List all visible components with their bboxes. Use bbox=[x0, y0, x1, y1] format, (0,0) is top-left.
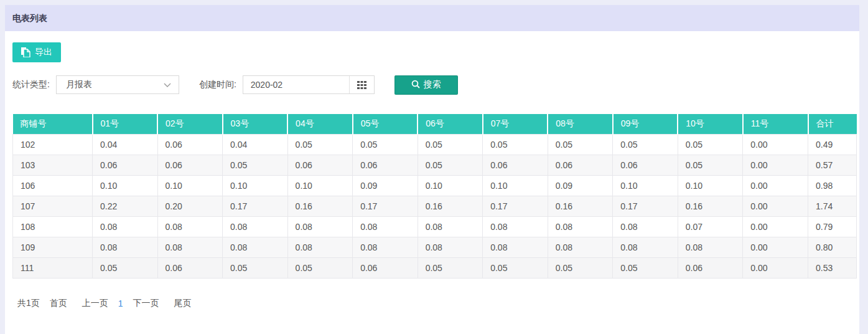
table-cell: 0.10 bbox=[418, 176, 483, 196]
panel-header: 电表列表 bbox=[5, 5, 859, 31]
shop-number-cell: 109 bbox=[13, 237, 93, 258]
table-cell: 0.08 bbox=[287, 237, 353, 258]
search-button-label: 搜索 bbox=[424, 79, 441, 90]
table-cell: 0.06 bbox=[353, 155, 418, 176]
table-cell: 0.16 bbox=[548, 196, 613, 217]
search-button[interactable]: 搜索 bbox=[394, 75, 458, 95]
created-time-input[interactable] bbox=[243, 76, 349, 93]
table-cell: 0.05 bbox=[548, 135, 613, 155]
table-cell: 0.05 bbox=[483, 135, 548, 155]
table-cell: 0.05 bbox=[223, 258, 288, 279]
table-cell: 0.08 bbox=[548, 237, 613, 258]
table-cell: 0.10 bbox=[223, 176, 288, 196]
column-header: 合计 bbox=[808, 114, 857, 135]
table-cell: 0.05 bbox=[678, 155, 743, 176]
table-cell: 0.16 bbox=[678, 196, 743, 217]
table-cell: 0.17 bbox=[223, 196, 288, 217]
table-cell: 0.10 bbox=[93, 176, 158, 196]
table-cell: 0.00 bbox=[743, 176, 808, 196]
table-row: 1020.040.060.040.050.050.050.050.050.050… bbox=[13, 135, 857, 155]
stat-type-selected-value: 月报表 bbox=[66, 79, 92, 90]
export-copy-icon bbox=[21, 47, 30, 57]
table-cell: 0.10 bbox=[157, 176, 223, 196]
column-header: 11号 bbox=[743, 114, 808, 135]
table-cell: 0.05 bbox=[93, 258, 158, 279]
table-cell: 0.06 bbox=[613, 155, 678, 176]
table-cell: 0.09 bbox=[353, 176, 418, 196]
table-row: 1060.100.100.100.100.090.100.100.090.100… bbox=[13, 176, 857, 196]
table-cell: 0.06 bbox=[157, 135, 223, 155]
table-cell: 0.05 bbox=[418, 258, 483, 279]
export-button[interactable]: 导出 bbox=[12, 42, 61, 62]
table-cell: 0.06 bbox=[93, 155, 158, 176]
table-cell: 0.08 bbox=[418, 217, 483, 237]
table-cell: 0.53 bbox=[808, 258, 857, 279]
table-cell: 0.17 bbox=[353, 196, 418, 217]
filter-row: 统计类型: 月报表 创建时间: bbox=[12, 75, 852, 94]
table-row: 1030.060.060.050.060.060.050.060.060.060… bbox=[13, 155, 857, 176]
shop-number-cell: 111 bbox=[13, 258, 93, 279]
table-cell: 0.05 bbox=[287, 258, 353, 279]
table-cell: 0.08 bbox=[483, 237, 548, 258]
search-icon bbox=[411, 80, 420, 90]
shop-number-cell: 102 bbox=[13, 135, 93, 155]
table-cell: 0.07 bbox=[678, 217, 743, 237]
current-page-number[interactable]: 1 bbox=[118, 298, 123, 308]
export-button-label: 导出 bbox=[35, 47, 52, 58]
table-row: 1070.220.200.170.160.170.160.170.160.170… bbox=[13, 196, 857, 217]
table-cell: 0.17 bbox=[483, 196, 548, 217]
table-cell: 0.06 bbox=[157, 155, 223, 176]
table-cell: 0.05 bbox=[353, 135, 418, 155]
first-page-link[interactable]: 首页 bbox=[50, 298, 67, 309]
table-cell: 0.06 bbox=[678, 258, 743, 279]
table-cell: 0.10 bbox=[678, 176, 743, 196]
table-cell: 0.05 bbox=[678, 135, 743, 155]
created-time-input-group bbox=[243, 75, 375, 94]
table-cell: 0.08 bbox=[353, 237, 418, 258]
last-page-link[interactable]: 尾页 bbox=[174, 298, 192, 309]
table-cell: 0.04 bbox=[93, 135, 158, 155]
table-cell: 0.08 bbox=[157, 237, 223, 258]
column-header: 01号 bbox=[93, 114, 158, 135]
table-cell: 0.49 bbox=[808, 135, 857, 155]
calendar-grid-icon[interactable] bbox=[349, 76, 374, 93]
prev-page-link[interactable]: 上一页 bbox=[82, 298, 108, 309]
column-header: 06号 bbox=[418, 114, 483, 135]
stat-type-label: 统计类型: bbox=[12, 79, 50, 90]
table-cell: 0.00 bbox=[743, 196, 808, 217]
table-cell: 0.16 bbox=[287, 196, 353, 217]
next-page-link[interactable]: 下一页 bbox=[133, 298, 159, 309]
table-cell: 1.74 bbox=[808, 196, 857, 217]
table-row: 1080.080.080.080.080.080.080.080.080.080… bbox=[13, 217, 857, 237]
table-cell: 0.05 bbox=[287, 135, 353, 155]
column-header: 09号 bbox=[613, 114, 678, 135]
table-cell: 0.06 bbox=[353, 258, 418, 279]
table-cell: 0.06 bbox=[157, 258, 223, 279]
meter-table: 商铺号01号02号03号04号05号06号07号08号09号10号11号合计 1… bbox=[12, 114, 857, 279]
table-cell: 0.16 bbox=[418, 196, 483, 217]
table-cell: 0.00 bbox=[743, 237, 808, 258]
table-cell: 0.10 bbox=[483, 176, 548, 196]
table-cell: 0.05 bbox=[223, 155, 288, 176]
stat-type-select[interactable]: 月报表 bbox=[56, 75, 179, 94]
column-header: 10号 bbox=[678, 114, 743, 135]
table-cell: 0.17 bbox=[613, 196, 678, 217]
table-cell: 0.08 bbox=[93, 237, 158, 258]
shop-number-cell: 108 bbox=[13, 217, 93, 237]
table-cell: 0.08 bbox=[483, 217, 548, 237]
created-time-label: 创建时间: bbox=[199, 79, 236, 90]
table-cell: 0.04 bbox=[223, 135, 288, 155]
page-title: 电表列表 bbox=[12, 13, 47, 23]
panel-body: 导出 统计类型: 月报表 创建时间: bbox=[5, 31, 859, 309]
table-cell: 0.20 bbox=[157, 196, 223, 217]
table-cell: 0.08 bbox=[223, 237, 288, 258]
pagination: 共1页 首页 上一页 1 下一页 尾页 bbox=[12, 298, 852, 309]
table-row: 1110.050.060.050.050.060.050.050.050.050… bbox=[13, 258, 857, 279]
shop-number-cell: 106 bbox=[13, 176, 93, 196]
table-cell: 0.08 bbox=[548, 217, 613, 237]
table-cell: 0.00 bbox=[743, 217, 808, 237]
table-cell: 0.98 bbox=[808, 176, 857, 196]
table-cell: 0.57 bbox=[808, 155, 857, 176]
table-cell: 0.09 bbox=[548, 176, 613, 196]
table-cell: 0.05 bbox=[418, 155, 483, 176]
